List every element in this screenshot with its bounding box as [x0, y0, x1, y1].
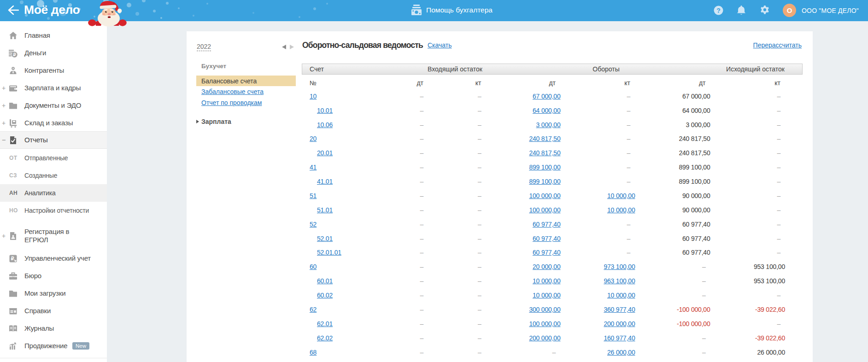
svg-text:₽: ₽	[11, 256, 14, 261]
svg-text:?: ?	[716, 7, 721, 14]
svg-text:₽: ₽	[13, 52, 16, 57]
